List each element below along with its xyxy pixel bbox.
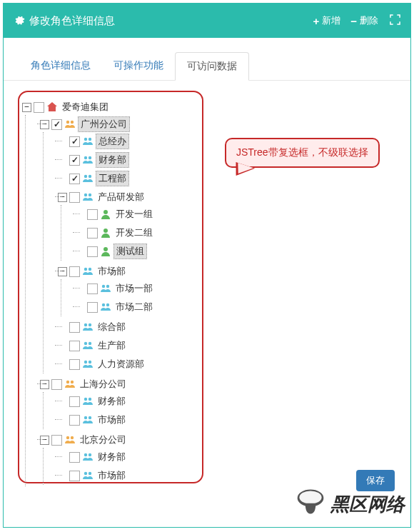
svg-point-7 (89, 175, 91, 178)
tree-row[interactable]: 财务部 (58, 393, 196, 409)
home-icon (46, 101, 58, 113)
checkbox[interactable] (87, 302, 98, 313)
tree-row[interactable]: 财务部 (58, 449, 196, 465)
tree-row[interactable]: 测试组 (76, 244, 196, 259)
person-icon (100, 227, 111, 239)
checkbox[interactable] (69, 266, 80, 277)
tree-row[interactable]: 爱奇迪集团 (22, 99, 196, 115)
node-label[interactable]: 财务部 (96, 450, 128, 464)
svg-point-20 (89, 323, 91, 326)
svg-point-38 (299, 491, 321, 503)
svg-point-17 (102, 303, 105, 306)
node-label[interactable]: 市场部 (96, 264, 128, 278)
checkbox[interactable] (51, 379, 62, 390)
tree-row[interactable]: 人力资源部 (58, 356, 196, 372)
checkbox[interactable] (51, 435, 62, 446)
checkbox[interactable] (69, 322, 80, 333)
tab-data-access[interactable]: 可访问数据 (175, 52, 249, 81)
node-label[interactable]: 爱奇迪集团 (60, 100, 111, 114)
tree-row[interactable]: 综合部 (58, 319, 196, 335)
tree-row[interactable]: 市场部 (58, 264, 196, 279)
node-label[interactable]: 北京分公司 (78, 433, 128, 447)
svg-point-12 (104, 247, 108, 251)
tree-node: 广州分公司总经办财务部工程部产品研发部开发一组开发二组测试组市场部市场一部市场二… (40, 115, 196, 375)
svg-point-5 (89, 156, 91, 159)
tree-row[interactable]: 市场部 (58, 412, 196, 428)
node-label[interactable]: 测试组 (113, 244, 147, 259)
node-label[interactable]: 市场一部 (113, 281, 155, 296)
node-label[interactable]: 综合部 (96, 320, 128, 334)
checkbox[interactable] (69, 174, 80, 184)
checkbox[interactable] (87, 209, 98, 220)
toggle-icon[interactable] (58, 193, 67, 202)
tree-row[interactable]: 市场部 (58, 468, 196, 483)
node-label[interactable]: 工程部 (96, 171, 129, 186)
svg-point-11 (104, 229, 108, 233)
checkbox[interactable] (87, 246, 98, 257)
toggle-icon[interactable] (40, 436, 49, 445)
checkbox[interactable] (87, 228, 98, 239)
checkbox[interactable] (69, 415, 80, 426)
node-label[interactable]: 人力资源部 (96, 357, 146, 371)
add-button[interactable]: +新增 (313, 14, 340, 27)
checkbox[interactable] (69, 452, 80, 463)
tree-row[interactable]: 生产部 (58, 338, 196, 353)
node-label[interactable]: 总经办 (96, 134, 129, 149)
checkbox[interactable] (51, 119, 62, 130)
checkbox[interactable] (69, 359, 80, 370)
checkbox[interactable] (87, 283, 98, 294)
checkbox[interactable] (69, 136, 80, 147)
toggle-icon[interactable] (58, 267, 67, 276)
tree-row[interactable]: 产品研发部 (58, 189, 196, 205)
svg-point-26 (71, 381, 74, 383)
node-label[interactable]: 开发一组 (113, 207, 155, 221)
node-label[interactable]: 生产部 (96, 338, 128, 353)
node-label[interactable]: 财务部 (96, 152, 129, 168)
svg-point-15 (102, 285, 105, 288)
node-label[interactable]: 市场部 (96, 413, 128, 427)
group-icon (82, 154, 94, 166)
tab-operations[interactable]: 可操作功能 (102, 52, 175, 80)
delete-button[interactable]: −删除 (350, 14, 378, 27)
tree-row[interactable]: 开发二组 (76, 225, 196, 241)
tree-row[interactable]: 市场二部 (76, 299, 196, 315)
node-label[interactable]: 开发二组 (113, 226, 155, 240)
toggle-icon[interactable] (40, 380, 49, 389)
checkbox[interactable] (69, 155, 80, 166)
group-icon (82, 451, 94, 463)
node-label[interactable]: 产品研发部 (96, 190, 146, 204)
svg-point-27 (84, 398, 87, 401)
checkbox[interactable] (69, 471, 80, 481)
tree-node: 产品研发部开发一组开发二组测试组 (58, 188, 196, 262)
node-label[interactable]: 市场二部 (113, 300, 155, 314)
tab-role-detail[interactable]: 角色详细信息 (19, 52, 102, 80)
tree-node: 市场部市场一部市场二部 (58, 262, 196, 318)
tree-row[interactable]: 市场一部 (76, 281, 196, 296)
tree-row[interactable]: 工程部 (58, 171, 196, 186)
svg-point-2 (84, 138, 87, 141)
org-icon (64, 119, 76, 130)
node-label[interactable]: 市场部 (96, 468, 128, 483)
tree-row[interactable]: 广州分公司 (40, 116, 196, 132)
tree-row[interactable]: 总经办 (58, 134, 196, 149)
node-label[interactable]: 上海分公司 (78, 377, 128, 391)
toggle-icon[interactable] (22, 103, 31, 112)
fullscreen-icon[interactable] (390, 14, 400, 27)
tree-row[interactable]: 北京分公司 (40, 432, 196, 448)
tree-node: 总经办 (58, 132, 196, 151)
node-label[interactable]: 广州分公司 (78, 116, 130, 132)
tree-row[interactable]: 财务部 (58, 152, 196, 168)
tree-row[interactable]: 开发一组 (76, 206, 196, 222)
group-icon (82, 173, 94, 184)
tree-node: 测试组 (76, 242, 196, 261)
tree-row[interactable]: 上海分公司 (40, 376, 196, 392)
svg-point-30 (89, 416, 91, 419)
tree-node: 市场一部 (76, 279, 196, 298)
node-label[interactable]: 财务部 (96, 394, 128, 408)
checkbox[interactable] (34, 102, 44, 113)
tab-content: 爱奇迪集团广州分公司总经办财务部工程部产品研发部开发一组开发二组测试组市场部市场… (4, 81, 410, 493)
checkbox[interactable] (69, 341, 80, 351)
checkbox[interactable] (69, 192, 80, 203)
toggle-icon[interactable] (40, 120, 49, 129)
checkbox[interactable] (69, 396, 80, 407)
